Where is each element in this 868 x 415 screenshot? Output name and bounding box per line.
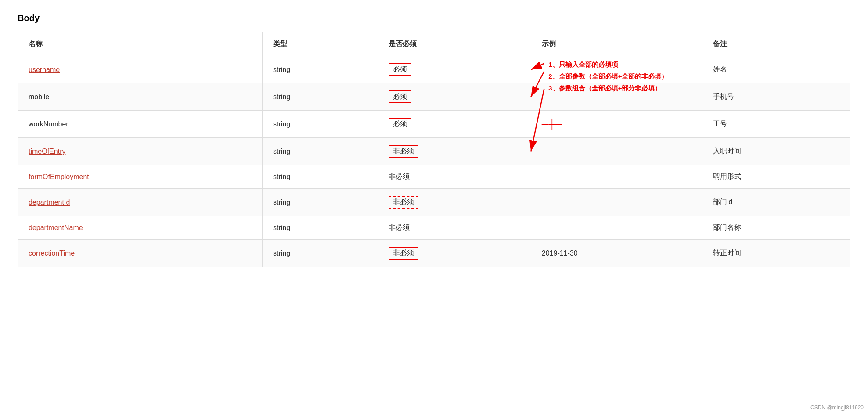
table-header-row: 名称 类型 是否必须 示例 备注 (18, 32, 850, 56)
crosshair-icon: ─┼─ (542, 119, 562, 130)
cell-type: string (263, 216, 378, 240)
field-name-link[interactable]: username (29, 66, 60, 73)
field-name-link[interactable]: departmentName (29, 224, 83, 231)
cell-type: string (263, 56, 378, 83)
col-header-example: 示例 (531, 32, 702, 56)
col-header-note: 备注 (702, 32, 850, 56)
cell-note: 姓名 (702, 56, 850, 83)
cell-example: ─┼─ (531, 111, 702, 138)
cell-note: 入职时间 (702, 138, 850, 165)
cell-required: 非必须 (378, 189, 531, 216)
field-name-link[interactable]: timeOfEntry (29, 148, 65, 155)
cell-required: 非必须 (378, 240, 531, 267)
cell-required: 必须 (378, 56, 531, 83)
cell-type: string (263, 189, 378, 216)
col-header-type: 类型 (263, 32, 378, 56)
table-row: departmentIdstring非必须部门id (18, 189, 850, 216)
cell-note: 部门名称 (702, 216, 850, 240)
cell-note: 部门id (702, 189, 850, 216)
cell-example (531, 189, 702, 216)
params-table: 名称 类型 是否必须 示例 备注 usernamestring必须姓名mobil… (18, 32, 850, 267)
cell-required: 非必须 (378, 165, 531, 189)
cell-required: 必须 (378, 111, 531, 138)
cell-example (531, 56, 702, 83)
cell-field-name: departmentName (18, 216, 263, 240)
col-header-required: 是否必须 (378, 32, 531, 56)
cell-required: 非必须 (378, 216, 531, 240)
cell-example (531, 138, 702, 165)
body-table-wrapper: 名称 类型 是否必须 示例 备注 usernamestring必须姓名mobil… (18, 32, 850, 267)
section-title: Body (18, 13, 850, 23)
cell-field-name: formOfEmployment (18, 165, 263, 189)
table-row: workNumberstring必须─┼─工号 (18, 111, 850, 138)
cell-required: 非必须 (378, 138, 531, 165)
cell-type: string (263, 111, 378, 138)
cell-example (531, 165, 702, 189)
field-name-link[interactable]: correctionTime (29, 249, 75, 257)
field-name-link[interactable]: formOfEmployment (29, 173, 89, 180)
cell-field-name: departmentId (18, 189, 263, 216)
table-row: formOfEmploymentstring非必须聘用形式 (18, 165, 850, 189)
cell-field-name: mobile (18, 83, 263, 111)
cell-note: 工号 (702, 111, 850, 138)
cell-note: 手机号 (702, 83, 850, 111)
cell-note: 转正时间 (702, 240, 850, 267)
table-row: mobilestring必须手机号 (18, 83, 850, 111)
cell-type: string (263, 240, 378, 267)
cell-type: string (263, 165, 378, 189)
cell-example (531, 216, 702, 240)
table-row: timeOfEntrystring非必须入职时间 (18, 138, 850, 165)
cell-type: string (263, 83, 378, 111)
cell-field-name: username (18, 56, 263, 83)
cell-field-name: workNumber (18, 111, 263, 138)
cell-field-name: correctionTime (18, 240, 263, 267)
cell-type: string (263, 138, 378, 165)
table-row: usernamestring必须姓名 (18, 56, 850, 83)
table-row: correctionTimestring非必须2019-11-30转正时间 (18, 240, 850, 267)
table-row: departmentNamestring非必须部门名称 (18, 216, 850, 240)
cell-field-name: timeOfEntry (18, 138, 263, 165)
field-name-link[interactable]: departmentId (29, 198, 70, 206)
cell-example: 2019-11-30 (531, 240, 702, 267)
cell-example (531, 83, 702, 111)
cell-note: 聘用形式 (702, 165, 850, 189)
cell-required: 必须 (378, 83, 531, 111)
col-header-name: 名称 (18, 32, 263, 56)
